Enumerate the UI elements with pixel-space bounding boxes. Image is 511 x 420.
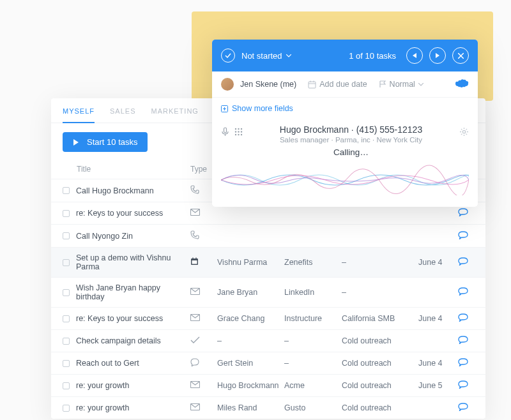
row-assignee: Hugo Brockmann (217, 381, 284, 390)
row-checkbox[interactable] (63, 315, 70, 322)
row-assignee: Miles Rand (217, 403, 284, 412)
row-account: Gusto (284, 403, 342, 412)
complete-task-button[interactable] (221, 49, 235, 63)
row-checkbox[interactable] (63, 405, 70, 412)
mail-icon (190, 288, 217, 297)
tab-sales[interactable]: SALES (110, 107, 135, 123)
svg-point-26 (462, 130, 465, 133)
chat-icon[interactable] (454, 380, 472, 391)
row-account: LinkedIn (284, 288, 342, 297)
row-date: June 5 (418, 381, 454, 390)
settings-icon[interactable] (459, 124, 469, 139)
prev-task-button[interactable] (406, 47, 423, 64)
show-more-fields[interactable]: Show more fields (212, 98, 478, 119)
due-date-label: Add due date (319, 80, 367, 89)
svg-point-24 (238, 134, 239, 135)
row-checkbox[interactable] (63, 259, 70, 266)
table-row[interactable]: re: your growthMiles RandGustoCold outre… (51, 396, 485, 419)
close-panel-button[interactable] (452, 47, 469, 64)
row-assignee: Gert Stein (217, 359, 284, 368)
svg-point-18 (238, 128, 239, 130)
chat-icon[interactable] (454, 257, 472, 267)
chat-icon (190, 358, 217, 368)
row-checkbox[interactable] (63, 360, 70, 367)
audio-waveform (221, 165, 469, 195)
task-title: Set up a demo with Vishnu Parma (76, 253, 190, 271)
task-title: Reach out to Gert (76, 359, 139, 368)
assignee-name[interactable]: Jen Skene (me) (240, 80, 296, 89)
task-title: re: your growth (76, 403, 129, 412)
call-contact-sub: Sales manager · Parma, inc · New York Ci… (249, 136, 453, 144)
play-icon (73, 139, 79, 146)
chat-icon[interactable] (454, 287, 472, 297)
row-checkbox[interactable] (63, 210, 70, 217)
priority-field[interactable]: Normal (379, 80, 423, 89)
row-checkbox[interactable] (63, 232, 70, 239)
next-task-button[interactable] (429, 47, 446, 64)
table-row[interactable]: Call Nyongo Zin (51, 224, 485, 247)
row-date: June 4 (418, 258, 454, 267)
chevron-down-icon (286, 54, 291, 57)
chat-icon[interactable] (454, 231, 472, 241)
row-date: June 4 (418, 359, 454, 368)
mail-icon (190, 314, 217, 323)
task-title: re: your growth (76, 381, 129, 390)
plus-square-icon (221, 105, 228, 112)
calendar-icon (308, 80, 316, 89)
table-row[interactable]: Reach out to GertGert Stein–Cold outreac… (51, 352, 485, 374)
svg-point-25 (241, 134, 242, 135)
chat-icon[interactable] (454, 336, 472, 346)
tab-myself[interactable]: MYSELF (63, 107, 95, 123)
due-date-field[interactable]: Add due date (308, 80, 367, 89)
row-campaign: Cold outreach (342, 336, 418, 345)
chat-icon[interactable] (454, 358, 472, 368)
task-detail-panel: Not started 1 of 10 tasks Jen Skene (me)… (212, 40, 478, 207)
table-row[interactable]: re: your growthHugo BrockmannAcmeCold ou… (51, 374, 485, 396)
row-campaign: Cold outreach (342, 381, 418, 390)
start-tasks-button[interactable]: Start 10 tasks (63, 132, 148, 152)
svg-rect-9 (309, 82, 316, 88)
row-checkbox[interactable] (63, 382, 70, 389)
task-title: Check campaign details (76, 336, 161, 345)
mail-icon (190, 403, 217, 412)
row-assignee: – (217, 336, 284, 345)
salesforce-icon[interactable] (455, 79, 469, 91)
status-dropdown[interactable]: Not started (241, 51, 291, 61)
microphone-icon[interactable] (221, 127, 229, 139)
table-row[interactable]: Set up a demo with Vishnu ParmaVishnu Pa… (51, 247, 485, 277)
row-campaign: Cold outreach (342, 359, 418, 368)
start-tasks-label: Start 10 tasks (87, 137, 137, 147)
tab-marketing[interactable]: MARKETING (151, 107, 198, 123)
dialpad-icon[interactable] (234, 127, 243, 139)
row-assignee: Jane Bryan (217, 288, 284, 297)
row-checkbox[interactable] (63, 338, 70, 345)
row-campaign: – (342, 258, 418, 267)
svg-rect-16 (224, 128, 227, 133)
task-title: Wish Jane Bryan happy birthday (76, 283, 190, 301)
column-header-title: Title (63, 165, 190, 174)
avatar (221, 78, 234, 91)
row-checkbox[interactable] (63, 187, 70, 194)
svg-point-20 (235, 131, 236, 132)
mail-icon (190, 381, 217, 390)
panel-header: Not started 1 of 10 tasks (212, 40, 478, 71)
table-row[interactable]: Check campaign details––Cold outreach (51, 329, 485, 352)
svg-point-23 (235, 134, 236, 135)
table-row[interactable]: Wish Jane Bryan happy birthdayJane Bryan… (51, 277, 485, 307)
row-checkbox[interactable] (63, 289, 70, 296)
phone-icon (190, 230, 217, 241)
task-title: Call Nyongo Zin (76, 232, 133, 241)
svg-point-22 (241, 131, 242, 132)
row-account: Acme (284, 381, 342, 390)
svg-point-17 (235, 128, 236, 130)
chat-icon[interactable] (454, 313, 472, 324)
svg-rect-2 (192, 260, 197, 264)
contact-phone: (415) 555-12123 (356, 124, 423, 135)
table-row[interactable]: re: Keys to your successGrace ChangInstr… (51, 307, 485, 329)
calendar-icon (190, 257, 217, 267)
chat-icon[interactable] (454, 208, 472, 218)
priority-label: Normal (390, 80, 415, 89)
chat-icon[interactable] (454, 403, 472, 413)
row-assignee: Vishnu Parma (217, 258, 284, 267)
row-campaign: Cold outreach (342, 403, 418, 412)
